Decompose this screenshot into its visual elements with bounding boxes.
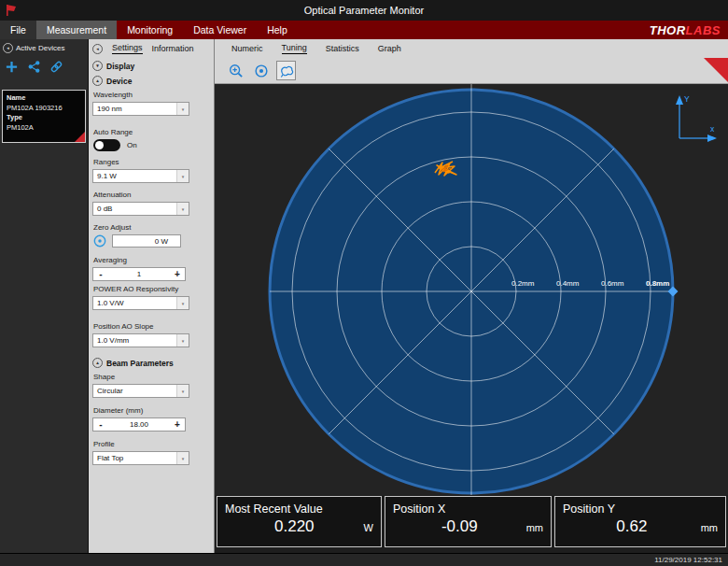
readout-label: Most Recent Value xyxy=(217,497,381,516)
auto-range-label: Auto Range xyxy=(89,128,215,139)
app-window: Optical Parameter Monitor File Measureme… xyxy=(0,0,728,566)
device-name-label: Name xyxy=(7,93,81,104)
minus-button[interactable]: - xyxy=(93,269,108,279)
menu-data-viewer[interactable]: Data Viewer xyxy=(183,21,257,39)
link-icon[interactable] xyxy=(49,60,63,74)
network-connect-icon[interactable] xyxy=(27,60,41,74)
main-tab-strip: Numeric Tuning Statistics Graph xyxy=(215,39,728,58)
zero-adjust-label: Zero Adjust xyxy=(89,223,215,234)
diameter-value[interactable]: 18.00 xyxy=(108,420,170,429)
menu-bar: File Measurement Monitoring Data Viewer … xyxy=(0,21,728,39)
power-ao-label: POWER AO Responsivity xyxy=(89,285,215,296)
ring-label-0-4: 0.4mm xyxy=(556,279,580,288)
axis-labels: Y x xyxy=(684,94,715,134)
beam-position-plot[interactable]: 0.2mm 0.4mm 0.6mm 0.8mm Y x xyxy=(215,84,728,495)
attenuation-select[interactable]: 0 dB ▾ xyxy=(92,202,189,216)
device-card[interactable]: Name PM102A 1903216 Type PM102A xyxy=(2,90,86,143)
zoom-in-icon xyxy=(228,63,245,79)
readout-unit: mm xyxy=(701,522,718,533)
readout-label: Position X xyxy=(385,497,551,516)
ring-label-0-8: 0.8mm xyxy=(646,279,669,288)
ranges-select[interactable]: 9.1 W ▾ xyxy=(92,169,189,183)
polar-plot-canvas: 0.2mm 0.4mm 0.6mm 0.8mm Y x xyxy=(215,84,728,495)
chevron-down-icon[interactable]: ▾ xyxy=(92,61,103,71)
readout-value: -0.09 xyxy=(393,517,526,536)
xy-axis-indicator xyxy=(676,95,717,142)
power-ao-select[interactable]: 1.0 V/W ▾ xyxy=(92,296,189,310)
section-device[interactable]: ▴ Device xyxy=(92,76,132,86)
title-bar: Optical Parameter Monitor xyxy=(0,0,728,21)
readout-most-recent-value: Most Recent Value 0.220 W xyxy=(217,496,382,547)
tab-tuning[interactable]: Tuning xyxy=(282,43,307,54)
tab-statistics[interactable]: Statistics xyxy=(326,44,359,53)
position-ao-label: Position AO Slope xyxy=(89,322,215,333)
readout-unit: mm xyxy=(526,522,543,533)
chevron-down-icon: ▾ xyxy=(176,334,189,347)
readout-label: Position Y xyxy=(555,497,725,516)
tab-graph[interactable]: Graph xyxy=(378,44,401,53)
lasso-tool[interactable] xyxy=(276,61,296,80)
readout-position-y: Position Y 0.62 mm xyxy=(554,496,726,547)
menu-file[interactable]: File xyxy=(0,21,36,39)
attenuation-label: Attenuation xyxy=(89,191,215,202)
axis-label-x: x xyxy=(710,124,715,134)
plus-button[interactable]: + xyxy=(170,269,185,279)
wavelength-label: Wavelength xyxy=(89,91,215,102)
averaging-stepper: - 1 + xyxy=(92,267,186,281)
position-ao-select[interactable]: 1.0 V/mm ▾ xyxy=(92,333,189,347)
ring-label-0-6: 0.6mm xyxy=(601,279,624,288)
zero-adjust-value[interactable]: 0 W xyxy=(112,234,181,248)
axis-label-y: Y xyxy=(684,94,690,104)
active-devices-label: Active Devices xyxy=(16,44,64,52)
minus-button[interactable]: - xyxy=(93,419,108,430)
readout-position-x: Position X -0.09 mm xyxy=(385,496,552,547)
menu-measurement[interactable]: Measurement xyxy=(36,21,117,39)
zoom-in-tool[interactable] xyxy=(226,61,245,80)
readout-value: 0.220 xyxy=(225,517,364,536)
wavelength-select[interactable]: 190 nm ▾ xyxy=(92,102,189,116)
section-display[interactable]: ▾ Display xyxy=(92,61,134,71)
collapse-settings-icon[interactable]: ◂ xyxy=(92,44,103,54)
chevron-down-icon: ▾ xyxy=(176,103,189,115)
tab-numeric[interactable]: Numeric xyxy=(231,44,263,53)
collapse-devices-icon[interactable]: ◂ xyxy=(3,43,13,53)
tab-information[interactable]: Information xyxy=(152,44,194,53)
chevron-down-icon: ▾ xyxy=(176,297,189,309)
status-bar: 11/29/2019 12:52:31 xyxy=(0,553,728,566)
ring-label-0-2: 0.2mm xyxy=(511,279,535,288)
chevron-down-icon: ▾ xyxy=(176,203,189,215)
settings-tab-strip: ◂ Settings Information xyxy=(89,39,214,56)
profile-label: Profile xyxy=(89,440,215,451)
thorlabs-logo: THORLABS xyxy=(650,21,728,39)
auto-range-state: On xyxy=(127,141,137,149)
chevron-down-icon: ▾ xyxy=(176,452,189,464)
add-device-icon[interactable] xyxy=(5,60,19,74)
settings-panel: ◂ Settings Information ▾ Display ▴ Devic… xyxy=(89,39,215,553)
profile-select[interactable]: Flat Top ▾ xyxy=(92,451,189,465)
zoom-reset-tool[interactable] xyxy=(251,61,271,80)
zero-adjust-button-icon[interactable] xyxy=(93,234,106,248)
menu-monitoring[interactable]: Monitoring xyxy=(117,21,183,39)
device-toolbar xyxy=(0,57,88,77)
chevron-up-icon[interactable]: ▴ xyxy=(92,76,103,86)
readout-value: 0.62 xyxy=(563,517,701,536)
active-devices-panel: ◂ Active Devices Name PM10 xyxy=(0,39,89,553)
auto-range-toggle[interactable] xyxy=(93,139,120,151)
device-type-label: Type xyxy=(7,113,81,123)
averaging-value[interactable]: 1 xyxy=(108,270,170,278)
ranges-label: Ranges xyxy=(89,158,215,169)
menu-help[interactable]: Help xyxy=(257,21,298,39)
tab-settings[interactable]: Settings xyxy=(112,43,143,54)
chevron-down-icon: ▾ xyxy=(176,385,189,397)
window-title: Optical Parameter Monitor xyxy=(304,5,424,16)
device-type-value: PM102A xyxy=(7,123,81,134)
shape-select[interactable]: Circular ▾ xyxy=(92,384,189,398)
lasso-icon xyxy=(278,63,295,79)
warning-corner-icon xyxy=(704,58,728,82)
plus-button[interactable]: + xyxy=(170,419,185,430)
section-beam-parameters[interactable]: ▴ Beam Parameters xyxy=(92,358,174,368)
readout-unit: W xyxy=(364,522,373,533)
chevron-up-icon[interactable]: ▴ xyxy=(92,358,103,368)
device-selected-corner xyxy=(75,132,85,142)
diameter-stepper: - 18.00 + xyxy=(92,417,186,432)
